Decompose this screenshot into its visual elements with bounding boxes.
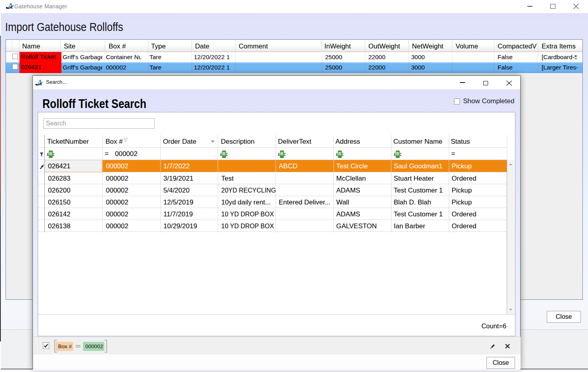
- svg-text:A: A: [36, 79, 42, 87]
- svg-text:A: A: [7, 2, 13, 10]
